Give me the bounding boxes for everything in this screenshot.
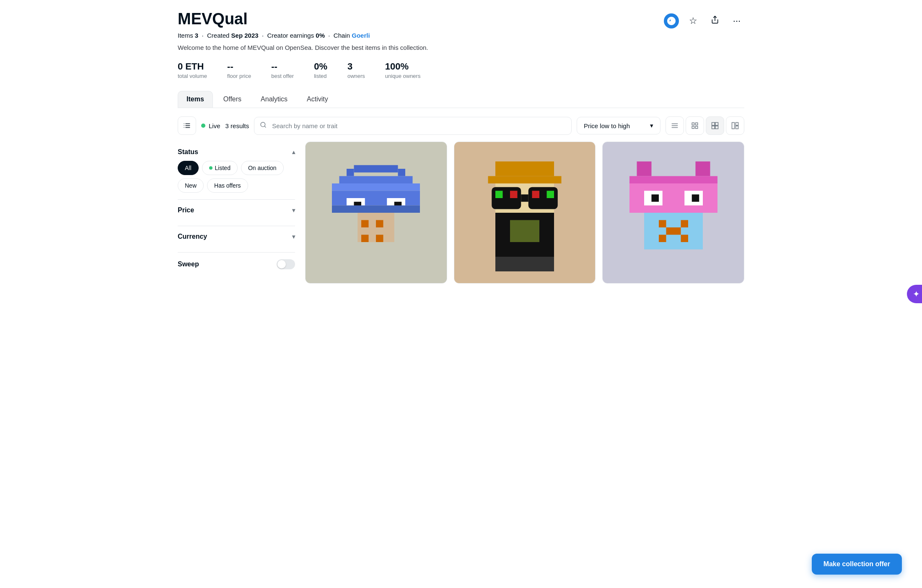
svg-rect-13 xyxy=(692,126,694,129)
collection-title: MEVQual xyxy=(178,10,248,28)
opensea-icon-button[interactable] xyxy=(664,13,679,28)
svg-rect-45 xyxy=(510,191,518,198)
sort-label: Price low to high xyxy=(584,122,630,129)
nft-grid xyxy=(305,142,744,284)
status-section-header[interactable]: Status ▴ xyxy=(178,148,295,156)
tab-analytics[interactable]: Analytics xyxy=(252,91,296,108)
stat-owners: 3 owners xyxy=(347,61,365,79)
listed-dot xyxy=(209,166,212,170)
svg-rect-17 xyxy=(712,126,715,129)
svg-rect-57 xyxy=(651,194,659,202)
status-filters: All Listed On auction New Has offers xyxy=(178,161,295,193)
svg-rect-38 xyxy=(495,161,554,176)
share-icon xyxy=(711,15,719,26)
svg-rect-37 xyxy=(376,235,383,242)
tab-items[interactable]: Items xyxy=(178,91,213,108)
svg-rect-60 xyxy=(659,220,666,227)
sort-dropdown[interactable]: Price low to high ▾ xyxy=(577,117,660,134)
svg-rect-63 xyxy=(659,235,666,242)
svg-rect-26 xyxy=(332,183,420,191)
nft-image-2 xyxy=(454,142,596,283)
svg-rect-36 xyxy=(361,235,369,242)
small-grid-view-button[interactable] xyxy=(686,116,704,135)
panel-view-button[interactable] xyxy=(726,116,744,135)
header-actions: ☆ ··· xyxy=(664,10,744,28)
filter-has-offers[interactable]: Has offers xyxy=(207,178,248,193)
star-icon: ☆ xyxy=(689,15,697,26)
nft-card[interactable] xyxy=(602,142,744,284)
list-view-button[interactable] xyxy=(666,116,684,135)
stat-best-offer: -- best offer xyxy=(271,61,294,79)
sweep-label: Sweep xyxy=(178,260,199,268)
large-grid-icon xyxy=(711,122,719,129)
svg-rect-61 xyxy=(681,220,688,227)
svg-rect-25 xyxy=(339,176,413,183)
svg-rect-20 xyxy=(736,123,738,126)
svg-rect-54 xyxy=(629,183,717,213)
live-indicator: Live xyxy=(201,122,220,129)
currency-section-header[interactable]: Currency ▾ xyxy=(178,233,295,240)
nft-image-3 xyxy=(603,142,744,283)
stat-floor: -- floor price xyxy=(227,61,251,79)
sidebar: Status ▴ All Listed On auction New Has o… xyxy=(178,142,295,284)
large-grid-view-button[interactable] xyxy=(706,116,724,135)
svg-rect-14 xyxy=(696,126,698,129)
filter-listed[interactable]: Listed xyxy=(202,161,238,175)
svg-rect-50 xyxy=(495,257,554,271)
svg-rect-39 xyxy=(488,176,561,183)
svg-rect-49 xyxy=(510,220,539,242)
tab-activity[interactable]: Activity xyxy=(298,91,337,108)
toggle-thumb xyxy=(277,260,286,268)
svg-rect-27 xyxy=(332,191,420,205)
svg-rect-22 xyxy=(347,169,354,176)
search-input[interactable] xyxy=(254,117,572,135)
nft-card[interactable] xyxy=(305,142,447,284)
filter-icon xyxy=(183,122,191,129)
svg-rect-64 xyxy=(681,235,688,242)
status-label: Status xyxy=(178,148,198,156)
svg-rect-46 xyxy=(532,191,539,198)
chevron-up-icon: ▴ xyxy=(292,149,295,155)
small-grid-icon xyxy=(691,122,699,129)
svg-rect-51 xyxy=(637,161,651,176)
svg-rect-34 xyxy=(361,220,369,227)
svg-rect-19 xyxy=(732,123,735,129)
svg-rect-62 xyxy=(666,227,681,235)
chain-link[interactable]: Goerli xyxy=(352,32,370,39)
svg-rect-23 xyxy=(354,165,398,173)
svg-rect-18 xyxy=(715,126,718,129)
share-button[interactable] xyxy=(707,13,723,28)
filter-new[interactable]: New xyxy=(178,178,204,193)
svg-rect-43 xyxy=(521,194,528,202)
stats-row: 0 ETH total volume -- floor price -- bes… xyxy=(178,61,744,79)
filter-button[interactable] xyxy=(178,116,196,135)
view-toggles xyxy=(666,116,744,135)
favorite-button[interactable]: ☆ xyxy=(686,13,701,28)
more-button[interactable]: ··· xyxy=(729,13,744,28)
tab-offers[interactable]: Offers xyxy=(215,91,250,108)
tabs-row: Items Offers Analytics Activity xyxy=(178,91,744,108)
more-icon: ··· xyxy=(733,15,741,26)
collection-meta: Items 3 · Created Sep 2023 · Creator ear… xyxy=(178,32,744,39)
search-icon xyxy=(260,121,267,130)
stat-unique-owners: 100% unique owners xyxy=(385,61,421,79)
filter-on-auction[interactable]: On auction xyxy=(241,161,284,175)
chevron-down-icon: ▾ xyxy=(292,233,295,240)
main-content: Status ▴ All Listed On auction New Has o… xyxy=(178,142,744,284)
filter-all[interactable]: All xyxy=(178,161,199,175)
sidebar-price-section: Price ▾ xyxy=(178,200,295,226)
nft-card[interactable] xyxy=(454,142,596,284)
nft-image-1 xyxy=(306,142,447,283)
svg-rect-21 xyxy=(736,126,738,129)
chevron-down-icon: ▾ xyxy=(292,207,295,214)
svg-rect-53 xyxy=(629,176,717,183)
live-dot xyxy=(201,124,205,128)
svg-rect-16 xyxy=(715,123,718,126)
price-section-header[interactable]: Price ▾ xyxy=(178,206,295,214)
currency-label: Currency xyxy=(178,233,207,240)
svg-rect-52 xyxy=(695,161,710,176)
sweep-toggle[interactable] xyxy=(277,259,295,269)
svg-rect-15 xyxy=(712,123,715,126)
sidebar-status-section: Status ▴ All Listed On auction New Has o… xyxy=(178,142,295,200)
svg-rect-35 xyxy=(376,220,383,227)
